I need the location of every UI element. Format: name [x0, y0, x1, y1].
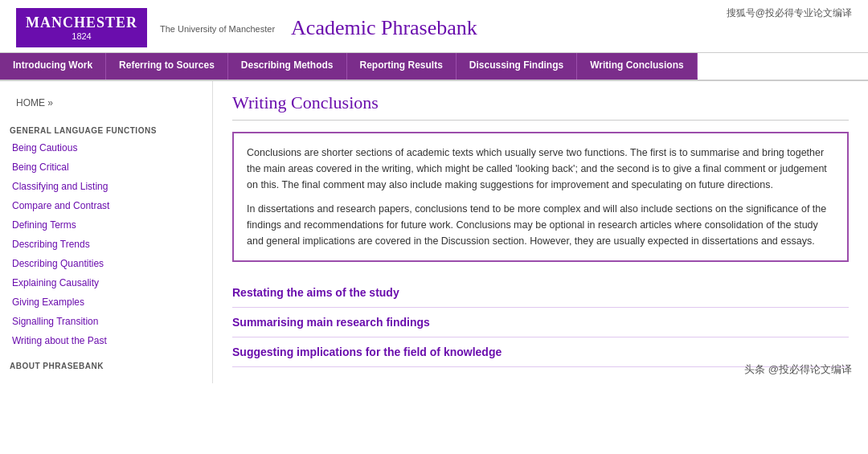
nav-describing-methods[interactable]: Describing Methods [228, 53, 347, 80]
sidebar-item-describing-quantities[interactable]: Describing Quantities [0, 254, 212, 273]
section-link-summarising[interactable]: Summarising main research findings [232, 308, 849, 337]
watermark-bottom: 头条 @投必得论文编译 [744, 362, 852, 377]
sidebar-item-writing-past[interactable]: Writing about the Past [0, 331, 212, 350]
sidebar-item-describing-trends[interactable]: Describing Trends [0, 235, 212, 254]
logo[interactable]: MANCHESTER 1824 [16, 8, 147, 47]
nav-referring-sources[interactable]: Referring to Sources [106, 53, 228, 80]
sidebar-section-label: GENERAL LANGUAGE FUNCTIONS [0, 121, 212, 138]
section-link-restating[interactable]: Restating the aims of the study [232, 278, 849, 308]
info-para-2: In dissertations and research papers, co… [247, 201, 834, 249]
sidebar-item-signalling-transition[interactable]: Signalling Transition [0, 312, 212, 331]
breadcrumb-separator: » [47, 97, 53, 108]
nav-introducing-work[interactable]: Introducing Work [0, 53, 106, 80]
logo-name: MANCHESTER [26, 14, 137, 31]
logo-year: 1824 [26, 31, 137, 41]
site-title[interactable]: Academic Phrasebank [291, 16, 477, 40]
breadcrumb-home[interactable]: HOME [16, 97, 45, 108]
logo-area: The University of Manchester [160, 22, 275, 34]
main-content: Writing Conclusions Conclusions are shor… [213, 81, 868, 383]
sidebar-item-compare-contrast[interactable]: Compare and Contrast [0, 196, 212, 215]
watermark-top: 搜狐号@投必得专业论文编译 [727, 6, 852, 20]
sidebar-item-giving-examples[interactable]: Giving Examples [0, 292, 212, 312]
page-title: Writing Conclusions [232, 92, 849, 121]
info-para-1: Conclusions are shorter sections of acad… [247, 145, 834, 193]
sidebar-about-label[interactable]: ABOUT PHRASEBANK [0, 350, 212, 374]
breadcrumb: HOME » [0, 91, 212, 112]
nav-discussing-findings[interactable]: Discussing Findings [457, 53, 577, 80]
sidebar-item-classifying-listing[interactable]: Classifying and Listing [0, 177, 212, 196]
sidebar-item-being-critical[interactable]: Being Critical [0, 157, 212, 177]
sidebar-item-defining-terms[interactable]: Defining Terms [0, 215, 212, 235]
nav-writing-conclusions[interactable]: Writing Conclusions [577, 53, 697, 80]
info-box: Conclusions are shorter sections of acad… [232, 132, 849, 262]
content: HOME » GENERAL LANGUAGE FUNCTIONS Being … [0, 81, 868, 383]
sidebar-item-being-cautious[interactable]: Being Cautious [0, 138, 212, 157]
sidebar: HOME » GENERAL LANGUAGE FUNCTIONS Being … [0, 81, 213, 383]
university-name: The University of Manchester [160, 24, 275, 34]
nav-reporting-results[interactable]: Reporting Results [347, 53, 457, 80]
sidebar-item-explaining-causality[interactable]: Explaining Causality [0, 273, 212, 292]
navbar: Introducing Work Referring to Sources De… [0, 53, 868, 81]
